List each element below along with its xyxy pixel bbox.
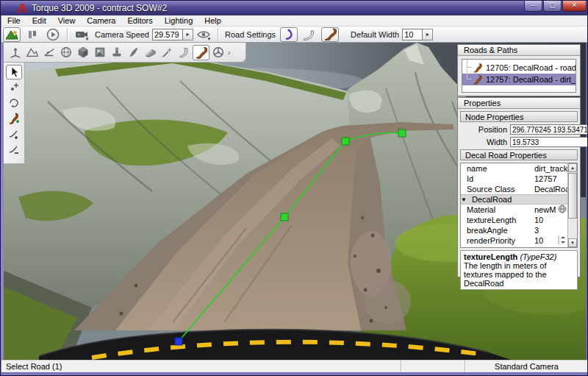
menu-help[interactable]: Help bbox=[198, 16, 227, 25]
toolbar-separator bbox=[67, 28, 68, 41]
node-properties-header: Node Properties bbox=[460, 111, 578, 122]
main-toolbar: ▾ Camera Speed ▸ ▾ Road Settings Default… bbox=[1, 26, 588, 43]
mesh-road-editor-icon[interactable] bbox=[142, 45, 159, 60]
road-item-label: 12757: DecalRoad - dirt_track bbox=[486, 75, 576, 84]
menu-bar: File Edit View Camera Editors Lighting H… bbox=[1, 15, 588, 26]
tree-connector bbox=[467, 59, 472, 68]
toolbar-separator bbox=[218, 28, 218, 41]
world-editor-toggle-button[interactable] bbox=[3, 27, 21, 42]
minimize-button[interactable]: – bbox=[524, 1, 542, 12]
sketch-tool-icon[interactable] bbox=[74, 45, 91, 60]
spline-node-green[interactable] bbox=[398, 130, 406, 137]
property-row[interactable]: Source Class DecalRoad bbox=[461, 184, 577, 194]
roads-paths-panel: Roads & Paths 12705: DecalRoad - road 12… bbox=[457, 44, 581, 96]
material-globe-icon[interactable] bbox=[558, 205, 567, 215]
visibility-menu-button[interactable]: ▾ bbox=[195, 27, 212, 42]
river-editor-icon[interactable] bbox=[176, 45, 193, 60]
road-curve-icon bbox=[302, 29, 317, 40]
datablock-editor-icon[interactable] bbox=[91, 45, 108, 60]
toolbox-button[interactable] bbox=[24, 27, 41, 42]
menu-file[interactable]: File bbox=[1, 16, 26, 25]
decal-road-icon bbox=[323, 28, 337, 40]
menu-camera[interactable]: Camera bbox=[81, 16, 121, 25]
status-camera-text: Standard Camera bbox=[495, 362, 559, 371]
remove-node-tool[interactable] bbox=[6, 142, 22, 157]
default-width-spinner[interactable]: ▸ bbox=[423, 29, 433, 40]
road-settings-label: Road Settings bbox=[225, 30, 276, 39]
status-bar: Select Road (1) Standard Camera bbox=[1, 360, 588, 372]
property-group-row[interactable]: ▼ DecalRoad bbox=[461, 194, 577, 205]
world-editor-icon[interactable] bbox=[7, 45, 24, 60]
move-node-tool[interactable] bbox=[6, 80, 22, 95]
menu-view[interactable]: View bbox=[52, 16, 82, 25]
app-window: Torque 3D 2009 - contract SOW#2 – ▢ ✕ Fi… bbox=[0, 0, 588, 376]
property-row[interactable]: textureLength 10 bbox=[461, 215, 577, 225]
spline-node-green[interactable] bbox=[342, 138, 349, 145]
road-spline-tool-button[interactable] bbox=[280, 27, 298, 42]
camera-menu-button[interactable]: ▾ bbox=[73, 27, 90, 42]
menu-edit[interactable]: Edit bbox=[26, 16, 52, 25]
road-item-label: 12705: DecalRoad - road bbox=[486, 63, 576, 72]
close-button[interactable]: ✕ bbox=[562, 1, 587, 12]
description-field-name: textureLength bbox=[464, 252, 517, 261]
property-row[interactable]: name dirt_track bbox=[461, 163, 577, 174]
decal-road-editor-icon[interactable] bbox=[193, 45, 209, 60]
decal-road-icon bbox=[473, 63, 483, 73]
properties-panel: Properties Node Properties Position Widt… bbox=[457, 97, 581, 277]
play-icon bbox=[46, 28, 60, 41]
position-label: Position bbox=[460, 125, 507, 134]
scroll-thumb[interactable] bbox=[568, 173, 577, 219]
property-row[interactable]: breakAngle 3 bbox=[461, 225, 577, 235]
rotate-node-tool[interactable] bbox=[6, 96, 22, 110]
decal-road-tool-button[interactable] bbox=[321, 27, 339, 42]
property-row[interactable]: renderPriority 10 bbox=[461, 235, 577, 246]
insert-node-tool[interactable] bbox=[6, 127, 22, 141]
shape-editor-icon[interactable] bbox=[209, 45, 226, 60]
position-input[interactable] bbox=[510, 124, 588, 135]
road-curve-tool-button[interactable] bbox=[301, 27, 318, 42]
scroll-up-icon[interactable]: ▲ bbox=[568, 163, 577, 172]
property-grid: name dirt_track Id 12757 Source Class De… bbox=[460, 163, 578, 248]
list-item-dirt-track[interactable]: 12757: DecalRoad - dirt_track bbox=[462, 74, 576, 85]
property-row[interactable]: Material newM bbox=[461, 205, 577, 215]
tree-connector bbox=[467, 69, 472, 79]
grid-scrollbar[interactable]: ▲ ▼ bbox=[567, 163, 577, 247]
collapse-arrow-icon: ▼ bbox=[461, 196, 467, 203]
status-left-text: Select Road (1) bbox=[6, 362, 62, 371]
properties-header: Properties bbox=[458, 98, 580, 109]
width-input[interactable] bbox=[510, 137, 588, 147]
material-editor-icon[interactable] bbox=[57, 45, 74, 60]
toolbar-overflow-icon[interactable]: › bbox=[228, 49, 230, 57]
maximize-button[interactable]: ▢ bbox=[543, 1, 562, 12]
description-field-type: (TypeF32) bbox=[520, 252, 556, 261]
spline-node-blue[interactable] bbox=[175, 338, 182, 345]
decal-editor-icon[interactable] bbox=[108, 45, 125, 60]
road-tool-palette bbox=[4, 63, 25, 164]
window-title: Torque 3D 2009 - contract SOW#2 bbox=[32, 3, 167, 13]
add-road-tool[interactable] bbox=[6, 111, 22, 126]
select-node-tool[interactable] bbox=[6, 65, 22, 79]
default-width-input[interactable] bbox=[402, 29, 423, 40]
window-bottom-border bbox=[1, 372, 588, 376]
status-middle-section bbox=[401, 361, 465, 372]
menu-lighting[interactable]: Lighting bbox=[159, 16, 199, 25]
forest-editor-icon[interactable] bbox=[125, 45, 142, 60]
window-controls: – ▢ ✕ bbox=[523, 1, 587, 12]
spline-node-green[interactable] bbox=[281, 213, 288, 221]
menu-editors[interactable]: Editors bbox=[121, 16, 158, 25]
camera-speed-spinner[interactable]: ▸ bbox=[183, 29, 193, 40]
toolbox-icon bbox=[27, 29, 37, 40]
play-button[interactable] bbox=[44, 27, 62, 42]
terrain-icon bbox=[4, 29, 19, 40]
scroll-down-icon[interactable]: ▼ bbox=[568, 238, 577, 247]
terrain-painter-icon[interactable] bbox=[40, 45, 57, 60]
road-spline-icon bbox=[282, 28, 295, 41]
property-row[interactable]: Id 12757 bbox=[461, 174, 577, 184]
terrain-editor-icon[interactable] bbox=[24, 45, 40, 60]
camera-speed-input[interactable] bbox=[152, 29, 183, 40]
value-spinner-icon[interactable] bbox=[558, 235, 567, 246]
title-bar[interactable]: Torque 3D 2009 - contract SOW#2 – ▢ ✕ bbox=[1, 1, 588, 15]
list-item-road[interactable]: 12705: DecalRoad - road bbox=[462, 62, 576, 74]
roads-paths-header: Roads & Paths bbox=[458, 45, 580, 56]
particle-editor-icon[interactable] bbox=[159, 45, 176, 60]
